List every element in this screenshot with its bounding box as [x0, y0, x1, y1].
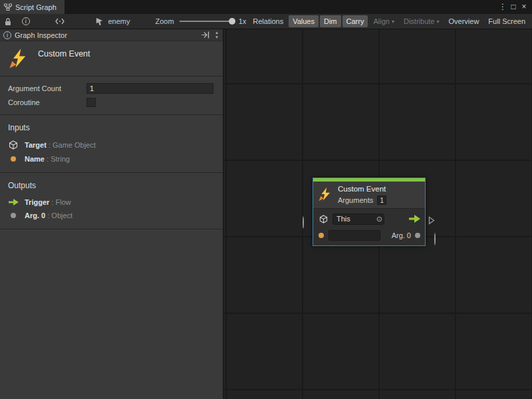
lock-icon[interactable]: [2, 15, 15, 27]
string-port-icon: [8, 156, 19, 162]
outputs-section: Outputs Trigger : Flow Arg. 0 : Object: [0, 173, 223, 229]
unit-header: Custom Event: [0, 41, 223, 76]
dock-panel-icon[interactable]: [201, 31, 209, 39]
port-type: : String: [47, 155, 70, 163]
graph-toolbar: i enemy Zoom 1x Relations Values Dim Car…: [0, 14, 532, 29]
object-picker-icon[interactable]: ⊙: [376, 214, 382, 224]
argument-count-row: Argument Count: [0, 81, 223, 95]
node-header[interactable]: Custom Event Arguments 1: [313, 182, 425, 208]
port-name: Arg. 0: [25, 211, 45, 219]
name-row: Arg. 0: [318, 229, 420, 242]
input-item-target: Target : Game Object: [0, 138, 223, 152]
node-header-text: Custom Event Arguments 1: [338, 185, 386, 205]
coroutine-label: Coroutine: [8, 98, 86, 106]
inputs-section: Inputs Target : Game Object Name : Strin…: [0, 115, 223, 172]
inputs-heading: Inputs: [0, 119, 223, 138]
object-port-icon: [8, 213, 19, 218]
tab-script-graph[interactable]: Script Graph: [0, 0, 65, 14]
trigger-output-port[interactable]: [428, 215, 435, 227]
node-body: This ⊙ Arg. 0: [313, 208, 425, 245]
output-item-trigger: Trigger : Flow: [0, 196, 223, 209]
graph-inspector-panel: i Graph Inspector ▲ ▼ Custom Event Argum…: [0, 29, 223, 399]
chevron-down-icon: ▾: [392, 19, 394, 25]
inspector-header-actions: ▲ ▼: [201, 31, 221, 40]
arg0-label: Arg. 0: [392, 231, 411, 239]
zoom-slider[interactable]: [180, 21, 233, 22]
carry-button[interactable]: Carry: [342, 15, 368, 27]
coroutine-row: Coroutine: [0, 95, 223, 109]
titlebar: Script Graph ⋮ □ ×: [0, 0, 532, 14]
arguments-label: Arguments: [338, 196, 373, 204]
info-icon[interactable]: i: [19, 15, 32, 27]
target-input-port[interactable]: [303, 217, 304, 229]
output-item-arg0: Arg. 0 : Object: [0, 209, 223, 222]
chevron-down-icon: ▾: [437, 19, 440, 25]
info-glyph: i: [22, 17, 30, 25]
divider: [0, 229, 223, 229]
distribute-button[interactable]: Distribute ▾: [400, 15, 444, 27]
graph-inspector-title: Graph Inspector: [15, 31, 67, 39]
relations-button[interactable]: Relations: [249, 15, 287, 27]
argument-count-label: Argument Count: [8, 84, 86, 92]
port-name: Name: [25, 155, 45, 163]
arg0-port-icon: [415, 233, 420, 238]
arguments-count-field[interactable]: 1: [377, 196, 386, 205]
node-title: Custom Event: [338, 185, 386, 193]
maximize-icon[interactable]: □: [508, 0, 519, 14]
scroll-stepper[interactable]: ▲ ▼: [212, 31, 221, 40]
port-type: : Object: [47, 211, 72, 219]
script-graph-icon: [4, 3, 12, 11]
target-dropdown[interactable]: This ⊙: [332, 213, 384, 225]
align-button[interactable]: Align ▾: [369, 15, 398, 27]
unit-title: Custom Event: [38, 49, 90, 59]
target-row: This ⊙: [318, 212, 420, 225]
window-controls: ⋮ □ ×: [497, 0, 532, 14]
graph-canvas[interactable]: Custom Event Arguments 1 This ⊙: [224, 29, 532, 399]
coroutine-checkbox[interactable]: [86, 98, 96, 107]
argument-count-input[interactable]: [86, 83, 213, 94]
align-label: Align: [373, 17, 389, 25]
menu-kebab-icon[interactable]: ⋮: [497, 0, 508, 14]
full-screen-button[interactable]: Full Screen: [484, 15, 529, 27]
custom-event-icon: [8, 48, 29, 69]
arg0-output-port[interactable]: [434, 233, 436, 245]
dim-button[interactable]: Dim: [320, 15, 341, 27]
port-type: : Game Object: [49, 141, 96, 149]
graph-inspector-header: i Graph Inspector ▲ ▼: [0, 29, 223, 41]
zoom-value: 1x: [237, 17, 249, 25]
target-value: This: [336, 215, 350, 223]
port-name: Trigger: [25, 198, 49, 206]
cube-icon: [8, 140, 19, 150]
port-type: : Flow: [51, 198, 70, 206]
toolbar-buttons: Relations Values Dim Carry Align ▾ Distr…: [248, 15, 530, 27]
input-item-name: Name : String: [0, 152, 223, 166]
outputs-heading: Outputs: [0, 177, 223, 196]
distribute-label: Distribute: [404, 17, 434, 25]
tab-title: Script Graph: [15, 3, 57, 11]
string-port-icon: [318, 233, 325, 238]
overview-button[interactable]: Overview: [445, 15, 483, 27]
code-icon[interactable]: [53, 15, 66, 27]
custom-event-node[interactable]: Custom Event Arguments 1 This ⊙: [313, 178, 426, 246]
zoom-label: Zoom: [153, 17, 176, 25]
port-name: Target: [25, 141, 47, 149]
values-button[interactable]: Values: [289, 15, 319, 27]
scroll-down-icon[interactable]: ▼: [212, 35, 221, 40]
unit-settings: Argument Count Coroutine: [0, 76, 223, 114]
zoom-knob[interactable]: [229, 18, 235, 25]
close-icon[interactable]: ×: [519, 0, 529, 14]
custom-event-icon: [318, 187, 332, 201]
trigger-flow-arrow-icon: [409, 215, 420, 223]
flow-arrow-icon: [8, 199, 19, 205]
event-name-input[interactable]: [329, 230, 380, 241]
graph-name: enemy: [106, 17, 132, 25]
graph-asset-icon: [94, 15, 106, 27]
scroll-up-icon[interactable]: ▲: [212, 31, 221, 35]
unity-script-graph-window: Script Graph ⋮ □ × i enemy Zoom 1x Relat…: [0, 0, 532, 399]
cube-icon: [318, 215, 329, 223]
info-icon: i: [3, 31, 11, 39]
